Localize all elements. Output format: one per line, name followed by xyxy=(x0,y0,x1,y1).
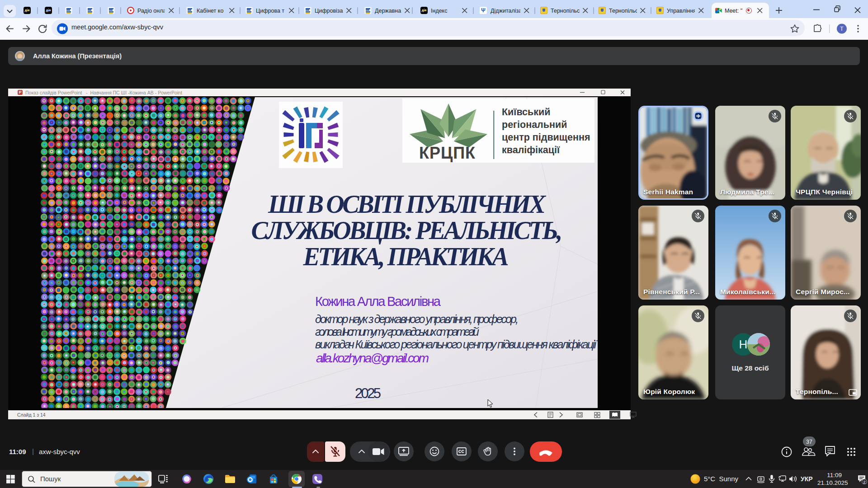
svg-text:центр підвищення: центр підвищення xyxy=(502,132,590,143)
svg-text:голова Інституту громадських с: голова Інституту громадських стратегій xyxy=(315,325,479,338)
svg-text:37: 37 xyxy=(806,439,812,445)
svg-text:ЕТИКА, ПРАКТИКА: ЕТИКА, ПРАКТИКА xyxy=(303,243,509,271)
svg-text:Київський: Київський xyxy=(502,107,550,117)
svg-text:Кожина Алла Василівна: Кожина Алла Василівна xyxy=(315,294,441,309)
svg-text:2: 2 xyxy=(863,479,865,484)
svg-text:H: H xyxy=(739,338,748,351)
svg-text:КРЦПК: КРЦПК xyxy=(419,144,476,162)
svg-text:регіональний: регіональний xyxy=(502,119,567,130)
svg-text:кваліфікації: кваліфікації xyxy=(502,145,560,155)
svg-text:T: T xyxy=(840,26,844,32)
svg-text:ШІ В ОСВІТІ ПУБЛІЧНИХ: ШІ В ОСВІТІ ПУБЛІЧНИХ xyxy=(268,190,547,218)
svg-text:2025: 2025 xyxy=(355,385,381,401)
svg-text:викладач Київського регіональн: викладач Київського регіонального центру… xyxy=(315,338,598,351)
svg-text:доктор наук з державного управ: доктор наук з державного управління, про… xyxy=(315,313,519,325)
svg-text:alla.kozhyna@gmail.com: alla.kozhyna@gmail.com xyxy=(316,351,429,365)
svg-text:СЛУЖБОВЦІВ: РЕАЛЬНІСТЬ,: СЛУЖБОВЦІВ: РЕАЛЬНІСТЬ, xyxy=(251,216,563,244)
